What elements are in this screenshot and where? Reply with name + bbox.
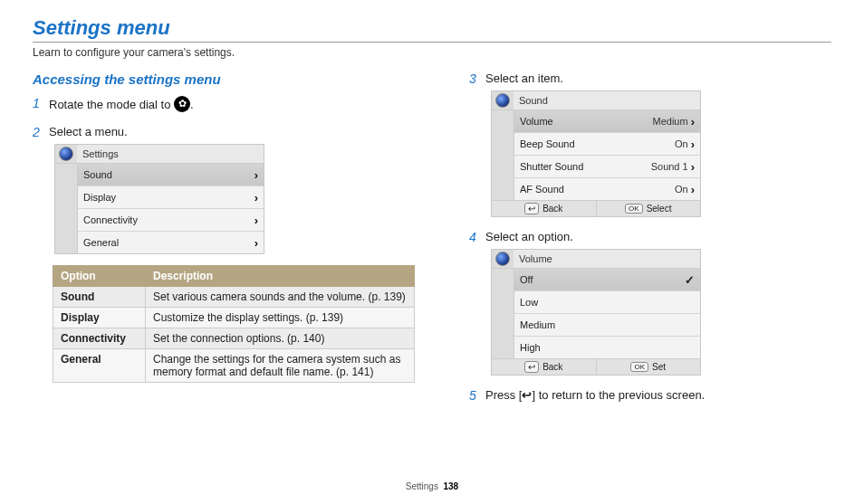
step-1-text: Rotate the mode dial to .: [49, 96, 415, 112]
title-divider: [33, 42, 831, 43]
option-label: Low: [520, 297, 538, 308]
option-cell: Display: [53, 308, 146, 328]
back-key-icon: ↩: [524, 203, 539, 214]
step-number: 3: [469, 71, 485, 86]
item-value: On: [675, 138, 688, 149]
option-cell: Connectivity: [53, 328, 146, 349]
chevron-right-icon: ›: [691, 183, 695, 196]
screen2-header: Sound: [514, 91, 553, 109]
item-label: Beep Sound: [520, 138, 575, 149]
sound-item-volume[interactable]: Volume Medium›: [514, 110, 700, 132]
back-key-icon: ↩: [524, 361, 539, 373]
volume-option-high[interactable]: High: [514, 336, 700, 358]
table-header-description: Description: [146, 266, 415, 287]
step-1-post: .: [190, 98, 194, 111]
checkmark-icon: ✓: [685, 273, 695, 287]
chevron-right-icon: ›: [691, 115, 695, 128]
menu-item-sound[interactable]: Sound ›: [78, 164, 264, 185]
menu-item-label: Display: [83, 192, 116, 203]
chevron-right-icon: ›: [254, 214, 258, 227]
lens-icon: [59, 147, 73, 161]
footer-back-label: Back: [542, 362, 562, 372]
lens-icon: [495, 93, 510, 108]
item-value: On: [675, 184, 688, 195]
footer-action-label: Select: [647, 204, 672, 214]
footer-action-label: Set: [652, 362, 666, 372]
screen-footer: ↩Back OKSelect: [492, 200, 700, 216]
option-label: Medium: [520, 319, 555, 330]
table-row: Display Customize the display settings. …: [53, 308, 415, 328]
step-number: 4: [469, 230, 485, 244]
step-5-post: ] to return to the previous screen.: [532, 388, 705, 402]
menu-item-label: Sound: [83, 169, 112, 180]
footer-section-label: Settings: [406, 481, 438, 491]
step-5-text: Press [↩] to return to the previous scre…: [485, 388, 850, 402]
chevron-right-icon: ›: [254, 236, 258, 250]
menu-item-label: General: [83, 237, 119, 248]
lens-icon: [495, 252, 510, 266]
screen1-header: Settings: [77, 145, 124, 163]
mode-dial-gear-icon: [174, 96, 190, 112]
chevron-right-icon: ›: [254, 191, 258, 204]
option-label: High: [520, 342, 541, 353]
step-1-pre: Rotate the mode dial to: [49, 98, 174, 111]
screen-footer: ↩Back OKSet: [492, 358, 700, 375]
camera-screen-sound: Sound Volume Medium›: [491, 90, 701, 217]
volume-option-off[interactable]: Off ✓: [514, 269, 700, 290]
ok-key-icon: OK: [625, 204, 643, 214]
page-footer: Settings 138: [0, 481, 864, 491]
camera-screen-settings: Settings Sound › Di: [54, 144, 264, 254]
step-number: 5: [469, 388, 485, 403]
step-number: 1: [33, 96, 49, 110]
camera-screen-volume: Volume Off ✓ Low: [491, 249, 701, 376]
description-cell: Customize the display settings. (p. 139): [146, 308, 415, 328]
sound-item-shutter[interactable]: Shutter Sound Sound 1›: [514, 155, 700, 177]
section-heading: Accessing the settings menu: [33, 71, 415, 87]
sound-item-beep[interactable]: Beep Sound On›: [514, 132, 700, 155]
menu-item-connectivity[interactable]: Connectivity ›: [78, 208, 264, 231]
options-description-table: Option Description Sound Set various cam…: [53, 265, 415, 383]
option-label: Off: [520, 274, 533, 285]
item-label: Shutter Sound: [520, 161, 583, 172]
chevron-right-icon: ›: [691, 160, 695, 174]
item-value: Sound 1: [651, 161, 688, 172]
page-subtitle: Learn to configure your camera's setting…: [33, 46, 831, 59]
table-header-option: Option: [53, 266, 146, 287]
table-row: Sound Set various camera sounds and the …: [53, 287, 415, 308]
step-2-text: Select a menu.: [49, 125, 415, 138]
volume-option-medium[interactable]: Medium: [514, 313, 700, 336]
description-cell: Change the settings for the camera syste…: [146, 349, 415, 383]
page-title: Settings menu: [33, 16, 831, 40]
description-cell: Set the connection options. (p. 140): [146, 328, 415, 349]
return-icon: ↩: [522, 388, 532, 402]
option-cell: General: [53, 349, 146, 383]
item-value: Medium: [653, 116, 688, 127]
step-4-text: Select an option.: [485, 230, 850, 243]
item-label: AF Sound: [520, 184, 564, 195]
option-cell: Sound: [53, 287, 146, 308]
menu-item-general[interactable]: General ›: [78, 231, 264, 253]
sound-item-af[interactable]: AF Sound On›: [514, 177, 700, 200]
menu-item-label: Connectivity: [83, 214, 138, 225]
footer-page-number: 138: [444, 481, 459, 491]
table-row: General Change the settings for the came…: [53, 349, 415, 383]
menu-item-display[interactable]: Display ›: [78, 185, 264, 208]
chevron-right-icon: ›: [691, 138, 695, 151]
chevron-right-icon: ›: [254, 168, 258, 182]
volume-option-low[interactable]: Low: [514, 290, 700, 313]
item-label: Volume: [520, 116, 553, 127]
screen3-header: Volume: [514, 250, 558, 268]
table-row: Connectivity Set the connection options.…: [53, 328, 415, 349]
step-5-pre: Press [: [485, 388, 522, 402]
step-3-text: Select an item.: [485, 71, 850, 85]
footer-back-label: Back: [542, 204, 562, 214]
description-cell: Set various camera sounds and the volume…: [146, 287, 415, 308]
ok-key-icon: OK: [630, 362, 648, 372]
step-number: 2: [33, 125, 49, 139]
